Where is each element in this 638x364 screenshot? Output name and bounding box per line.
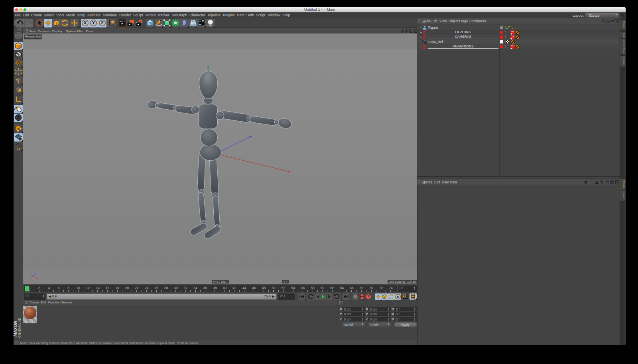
svg-text:X: X [83,20,86,25]
svg-text:P: P [397,294,400,299]
svg-text:S: S [17,116,20,120]
svg-text:Y: Y [92,20,95,25]
svg-text:?: ? [367,294,370,299]
svg-text:Z: Z [101,20,104,25]
